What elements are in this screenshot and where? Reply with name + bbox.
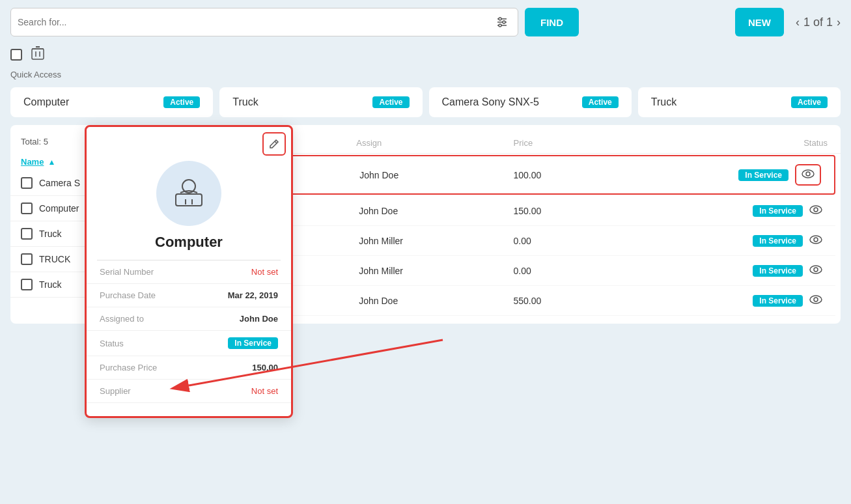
- td-price-3: 0.00: [514, 266, 668, 276]
- list-row-name-2: Truck: [39, 229, 61, 239]
- td-actions-1: In Service: [668, 204, 822, 217]
- svg-point-4: [503, 21, 505, 23]
- detail-value-supplier: Not set: [251, 386, 278, 396]
- qa-card-badge-3: Active: [791, 96, 828, 108]
- view-button-3[interactable]: [809, 264, 822, 277]
- detail-popup: Computer Serial Number Not set Purchase …: [85, 125, 293, 418]
- td-price-1: 150.00: [514, 206, 668, 216]
- view-button-1[interactable]: [809, 204, 822, 217]
- avatar-icon: [173, 175, 205, 213]
- status-badge-0: In Service: [738, 169, 788, 181]
- quick-access-label: Quick Access: [0, 67, 851, 82]
- td-actions-3: In Service: [668, 264, 822, 277]
- detail-value-price: 150.00: [252, 363, 278, 372]
- list-row-name-1: Computer: [39, 203, 79, 214]
- list-row-checkbox-3[interactable]: [21, 253, 33, 265]
- svg-rect-6: [32, 49, 44, 59]
- action-row: [0, 42, 851, 67]
- detail-popup-header: [87, 127, 291, 156]
- td-assign-1: John Doe: [359, 206, 513, 216]
- view-button-2[interactable]: [809, 234, 822, 247]
- list-row-checkbox-1[interactable]: [21, 203, 33, 214]
- quick-access-row: Computer Active Truck Active Camera Sony…: [0, 82, 851, 125]
- svg-point-22: [810, 296, 822, 303]
- svg-point-18: [810, 236, 822, 244]
- list-row-name-3: TRUCK: [39, 254, 70, 264]
- svg-line-11: [275, 141, 277, 143]
- select-all-checkbox[interactable]: [10, 49, 22, 61]
- td-actions-2: In Service: [668, 234, 822, 247]
- list-row-checkbox-4[interactable]: [21, 279, 33, 290]
- qa-card-name-0: Computer: [23, 96, 69, 108]
- list-row-checkbox-2[interactable]: [21, 228, 33, 240]
- svg-point-16: [810, 206, 822, 214]
- view-button-4[interactable]: [809, 294, 822, 307]
- sort-arrow-icon: ▲: [48, 158, 55, 167]
- qa-card-badge-1: Active: [372, 96, 409, 108]
- pagination-text: 1 of 1: [803, 16, 833, 29]
- status-badge-1: In Service: [753, 205, 803, 217]
- svg-point-23: [814, 298, 818, 301]
- svg-point-17: [814, 208, 818, 212]
- detail-field-serial: Serial Number Not set: [87, 260, 291, 284]
- td-price-4: 550.00: [514, 296, 668, 306]
- td-actions-4: In Service: [668, 294, 822, 307]
- detail-value-status: In Service: [228, 337, 278, 349]
- svg-point-15: [806, 172, 810, 176]
- main-content: Total: 5 Name ▲ Camera S Computer Truck …: [0, 125, 851, 324]
- detail-label-status: Status: [100, 339, 124, 348]
- svg-point-20: [810, 266, 822, 273]
- th-status: Status: [671, 138, 828, 148]
- next-page-icon[interactable]: ›: [837, 16, 841, 29]
- qa-card-name-1: Truck: [232, 96, 258, 108]
- td-assign-4: John Doe: [359, 296, 513, 306]
- qa-card-1[interactable]: Truck Active: [219, 87, 422, 117]
- avatar: [156, 161, 221, 226]
- detail-label-price: Purchase Price: [100, 363, 157, 372]
- qa-card-badge-0: Active: [163, 96, 200, 108]
- svg-point-14: [802, 170, 814, 178]
- qa-card-2[interactable]: Camera Sony SNX-5 Active: [429, 87, 632, 117]
- td-price-2: 0.00: [514, 236, 668, 246]
- top-bar: FIND NEW ‹ 1 of 1 ›: [0, 0, 851, 42]
- edit-button[interactable]: [262, 132, 286, 156]
- prev-page-icon[interactable]: ‹: [796, 16, 800, 29]
- svg-point-5: [499, 24, 501, 27]
- detail-field-assigned: Assigned to John Doe: [87, 307, 291, 331]
- view-button-0[interactable]: [795, 164, 821, 186]
- svg-point-19: [814, 238, 818, 242]
- td-assign-0: John Doe: [359, 170, 513, 180]
- qa-card-3[interactable]: Truck Active: [638, 87, 841, 117]
- svg-point-3: [499, 18, 501, 20]
- delete-icon[interactable]: [31, 46, 44, 63]
- svg-point-21: [814, 268, 818, 272]
- qa-card-name-3: Truck: [651, 96, 677, 108]
- detail-label-assigned: Assigned to: [100, 314, 144, 324]
- qa-card-0[interactable]: Computer Active: [10, 87, 213, 117]
- detail-field-purchase-date: Purchase Date Mar 22, 2019: [87, 284, 291, 307]
- qa-card-badge-2: Active: [582, 96, 619, 108]
- td-assign-2: John Miller: [359, 236, 513, 246]
- detail-field-price: Purchase Price 150.00: [87, 356, 291, 380]
- status-badge-4: In Service: [753, 295, 803, 307]
- th-assign: Assign: [356, 138, 513, 148]
- detail-label-supplier: Supplier: [100, 386, 131, 396]
- list-row-checkbox-0[interactable]: [21, 177, 33, 189]
- detail-label-serial: Serial Number: [100, 267, 154, 277]
- search-wrapper: [10, 8, 518, 36]
- status-badge-3: In Service: [753, 265, 803, 277]
- detail-value-assigned: John Doe: [240, 314, 278, 324]
- th-price: Price: [514, 138, 671, 148]
- status-badge-2: In Service: [753, 235, 803, 247]
- column-name-header[interactable]: Name: [21, 157, 44, 167]
- list-row-name-0: Camera S: [39, 178, 80, 188]
- find-button[interactable]: FIND: [525, 8, 579, 36]
- filter-button[interactable]: [493, 13, 511, 31]
- new-button[interactable]: NEW: [735, 8, 784, 36]
- td-actions-0: In Service: [667, 164, 821, 186]
- detail-field-status: Status In Service: [87, 331, 291, 356]
- search-input[interactable]: [18, 17, 493, 27]
- detail-value-purchase-date: Mar 22, 2019: [228, 290, 278, 300]
- td-price-0: 100.00: [514, 170, 667, 180]
- qa-card-name-2: Camera Sony SNX-5: [442, 96, 539, 108]
